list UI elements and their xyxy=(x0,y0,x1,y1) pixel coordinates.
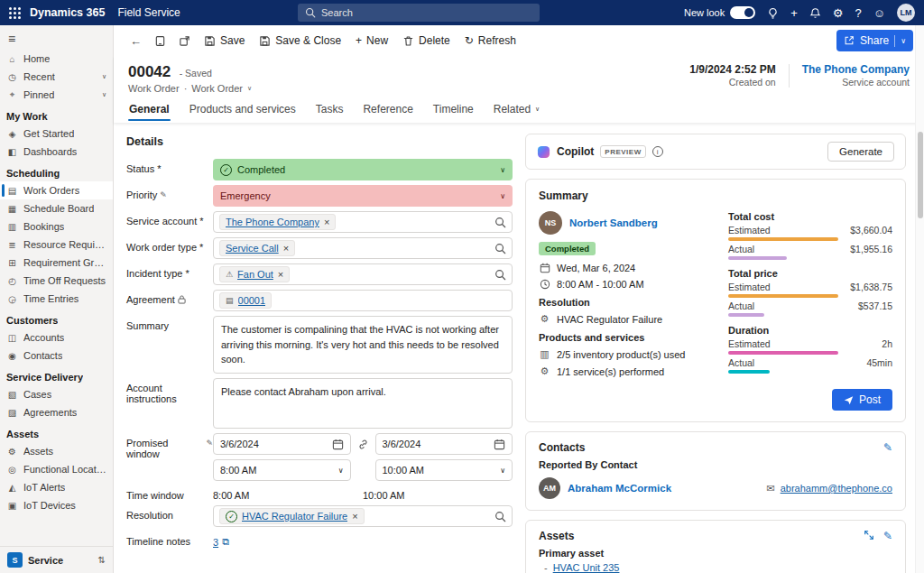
sidebar-item[interactable]: ▧ Cases xyxy=(0,385,113,403)
save-button[interactable]: Save xyxy=(198,31,251,51)
sidebar-item[interactable]: ◈ Get Started xyxy=(0,125,113,143)
agreement-lookup[interactable]: ▤00001 xyxy=(213,290,513,311)
new-button[interactable]: + New xyxy=(349,31,394,51)
tab[interactable]: Products and services xyxy=(189,99,297,123)
notifications-bell-icon[interactable] xyxy=(809,7,821,19)
expand-icon[interactable] xyxy=(864,530,874,542)
sidebar-item[interactable]: ▤ Work Orders xyxy=(0,181,113,199)
service-account-link[interactable]: The Phone Company xyxy=(802,63,910,76)
area-switcher-icon[interactable]: ⇅ xyxy=(98,555,106,565)
sidebar-item[interactable]: ◫ Accounts xyxy=(0,328,113,347)
sidebar-item[interactable]: ▣ IoT Devices xyxy=(0,496,113,514)
global-search-input[interactable]: Search xyxy=(298,4,540,22)
scrollbar-thumb[interactable] xyxy=(918,132,923,218)
priority-select[interactable]: Emergency ∨ xyxy=(213,185,513,207)
add-icon[interactable]: + xyxy=(790,7,798,19)
resolution-lookup[interactable]: ✓HVAC Regulator Failure× xyxy=(213,505,513,527)
help-icon[interactable]: ? xyxy=(855,7,861,19)
generate-button[interactable]: Generate xyxy=(827,142,894,162)
waffle-menu-icon[interactable] xyxy=(9,7,21,19)
sidebar-item[interactable]: ⌖ Pinned ∨ xyxy=(0,86,113,104)
sidebar-item[interactable]: ◧ Dashboards xyxy=(0,143,113,161)
contact-avatar[interactable]: AM xyxy=(539,477,560,499)
lightbulb-icon[interactable] xyxy=(767,7,779,19)
share-button[interactable]: Share ∨ xyxy=(836,30,913,51)
work-order-type-value[interactable]: Service Call xyxy=(226,243,279,254)
edit-pencil-icon[interactable]: ✎ xyxy=(883,530,892,542)
work-order-type-lookup[interactable]: Service Call× xyxy=(213,237,513,259)
contact-name[interactable]: Abraham McCormick xyxy=(568,483,671,494)
feedback-smiley-icon[interactable]: ☺ xyxy=(873,7,885,19)
info-icon[interactable]: i xyxy=(652,146,663,157)
vertical-scrollbar[interactable] xyxy=(915,25,924,573)
header-summary: 1/9/2024 2:52 PM Created on The Phone Co… xyxy=(689,63,910,88)
dismiss-icon[interactable]: × xyxy=(278,269,283,280)
sidebar-item[interactable]: ◶ Time Entries xyxy=(0,290,113,308)
dismiss-icon[interactable]: × xyxy=(324,217,329,227)
brand-title[interactable]: Dynamics 365 xyxy=(30,6,105,19)
incident-type-lookup[interactable]: ⚠Fan Out× xyxy=(213,263,513,285)
search-icon[interactable] xyxy=(494,511,506,522)
tablet-icon[interactable] xyxy=(149,32,171,51)
incident-type-value[interactable]: Fan Out xyxy=(237,269,273,280)
new-look-toggle[interactable] xyxy=(730,6,755,19)
post-button[interactable]: Post xyxy=(832,389,892,411)
edit-pencil-icon[interactable]: ✎ xyxy=(883,441,892,454)
agreement-value[interactable]: 00001 xyxy=(238,295,266,306)
sidebar-item[interactable]: ≣ Resource Require... xyxy=(0,236,113,254)
account-instructions-textarea[interactable]: Please contact Abraham upon arrival. xyxy=(213,378,513,429)
technician-name[interactable]: Norbert Sandberg xyxy=(569,217,658,228)
envelope-icon: ✉ xyxy=(766,483,774,494)
sidebar-collapse-icon[interactable]: ≡ xyxy=(0,25,113,50)
search-icon[interactable] xyxy=(494,243,506,254)
tab[interactable]: Tasks xyxy=(315,99,345,123)
sidebar-item[interactable]: ◭ IoT Alerts xyxy=(0,478,113,496)
sidebar-item[interactable]: ▥ Bookings xyxy=(0,217,113,236)
delete-button[interactable]: Delete xyxy=(396,31,457,51)
technician-avatar[interactable]: NS xyxy=(539,211,562,235)
service-account-lookup[interactable]: The Phone Company× xyxy=(213,211,513,233)
link-icon[interactable] xyxy=(357,439,369,450)
contact-email-link[interactable]: abrahamm@thephone.co xyxy=(781,483,892,494)
sidebar-item[interactable]: ◷ Recent ∨ xyxy=(0,68,113,86)
sidebar-item[interactable]: ⚙ Assets xyxy=(0,442,113,460)
user-avatar[interactable]: LM xyxy=(897,4,915,22)
sidebar-item[interactable]: ⊞ Requirement Gro... xyxy=(0,254,113,272)
save-and-close-button[interactable]: Save & Close xyxy=(253,31,347,51)
sidebar-item[interactable]: ▦ Schedule Board xyxy=(0,199,113,217)
area-switcher[interactable]: S Service ⇅ xyxy=(0,546,113,573)
tab[interactable]: General xyxy=(128,99,171,123)
back-button[interactable]: ← xyxy=(125,31,147,51)
open-external-icon[interactable]: ⧉ xyxy=(222,536,229,548)
service-account-value[interactable]: The Phone Company xyxy=(226,217,319,227)
sidebar-item-icon: ▤ xyxy=(6,186,18,196)
tab[interactable]: Reference xyxy=(362,99,413,123)
sidebar-item[interactable]: ◎ Functional Locati... xyxy=(0,460,113,478)
promised-end-time-select[interactable]: 10:00 AM ∨ xyxy=(375,459,513,481)
form-name[interactable]: Work Order xyxy=(191,83,243,94)
promised-end-date-input[interactable]: 3/6/2024 xyxy=(375,433,513,455)
promised-start-date-input[interactable]: 3/6/2024 xyxy=(213,433,351,455)
popout-icon[interactable] xyxy=(173,32,196,51)
status-select[interactable]: ✓ Completed ∨ xyxy=(213,159,513,180)
share-caret-icon[interactable]: ∨ xyxy=(901,37,906,45)
primary-asset-link[interactable]: HVAC Unit 235 xyxy=(553,562,620,573)
resolution-value[interactable]: HVAC Regulator Failure xyxy=(242,511,347,522)
tab[interactable]: Timeline xyxy=(432,99,475,123)
dismiss-icon[interactable]: × xyxy=(283,243,289,254)
timeline-notes-link[interactable]: 3 xyxy=(213,537,218,548)
tab[interactable]: Related ∨ xyxy=(493,99,541,123)
settings-gear-icon[interactable]: ⚙ xyxy=(833,7,844,19)
search-icon[interactable] xyxy=(494,217,506,228)
breadcrumb[interactable]: Work Order · Work Order ∨ xyxy=(128,83,252,94)
summary-textarea[interactable]: The customer is compalining that the HVA… xyxy=(213,316,513,374)
sidebar-item-icon: ◭ xyxy=(6,483,18,493)
sidebar-item[interactable]: ▨ Agreements xyxy=(0,403,113,421)
sidebar-item[interactable]: ◉ Contacts xyxy=(0,347,113,365)
refresh-button[interactable]: ↻ Refresh xyxy=(458,31,522,51)
search-icon[interactable] xyxy=(494,269,506,281)
sidebar-item[interactable]: ⌂ Home xyxy=(0,50,113,68)
promised-start-time-select[interactable]: 8:00 AM ∨ xyxy=(213,459,351,481)
dismiss-icon[interactable]: × xyxy=(352,511,357,522)
sidebar-item[interactable]: ◴ Time Off Requests xyxy=(0,272,113,290)
